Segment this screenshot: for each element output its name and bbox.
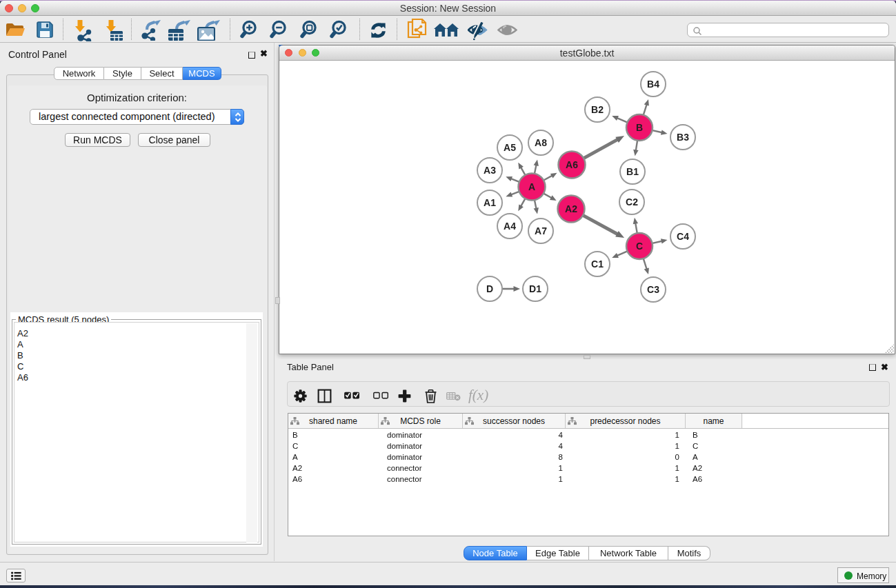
svg-text:A6: A6 <box>566 159 578 170</box>
svg-text:A8: A8 <box>535 137 547 148</box>
svg-text:D1: D1 <box>529 283 541 294</box>
svg-text:C2: C2 <box>626 196 638 207</box>
svg-text:B4: B4 <box>647 79 659 90</box>
svg-text:C: C <box>636 241 643 252</box>
svg-text:A7: A7 <box>535 225 547 236</box>
svg-text:A5: A5 <box>504 142 516 153</box>
svg-text:D: D <box>486 283 493 294</box>
svg-text:B1: B1 <box>626 166 639 177</box>
svg-text:B2: B2 <box>591 104 604 115</box>
svg-text:A1: A1 <box>484 197 496 208</box>
svg-text:A2: A2 <box>565 203 577 214</box>
svg-text:A: A <box>528 181 535 192</box>
svg-text:A3: A3 <box>484 165 496 176</box>
svg-text:C3: C3 <box>647 284 659 295</box>
svg-text:B3: B3 <box>677 132 689 143</box>
svg-text:B: B <box>636 122 643 133</box>
svg-text:A4: A4 <box>504 221 516 232</box>
svg-text:C4: C4 <box>677 231 689 242</box>
svg-text:C1: C1 <box>591 258 604 270</box>
